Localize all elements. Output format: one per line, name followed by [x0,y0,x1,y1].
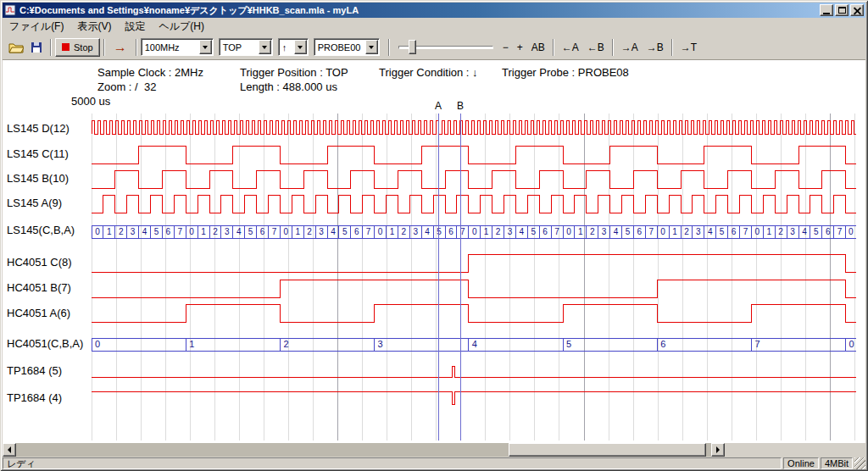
stop-label: Stop [74,42,93,53]
menu-file[interactable]: ファイル(F) [3,18,70,36]
window-title: C:¥Documents and Settings¥noname¥デスクトップ¥… [19,4,818,17]
trigger-position-value: TOP [220,42,259,53]
toolbar-separator [612,39,614,56]
menu-settings[interactable]: 設定 [118,18,152,36]
goto-cursor-b-next-button[interactable]: →B [643,40,668,55]
goto-cursor-b-prev-button[interactable]: ←B [583,40,609,55]
chevron-down-icon[interactable] [365,40,378,54]
zoom-in-button[interactable]: + [513,40,527,55]
title-bar[interactable]: C:¥Documents and Settings¥noname¥デスクトップ¥… [3,3,865,18]
zoom-slider[interactable] [398,38,493,57]
toolbar-separator [50,39,52,56]
scroll-thumb[interactable] [509,443,706,457]
minimize-icon [823,13,830,14]
scroll-right-button[interactable] [711,443,725,457]
trigger-probe-value: PROBE00 [314,42,365,53]
ab-range-button[interactable]: AB [527,40,549,55]
menu-bar: ファイル(F) 表示(V) 設定 ヘルプ(H) [3,18,865,35]
run-button[interactable]: → [108,40,132,55]
toolbar-separator [103,39,105,56]
chevron-down-icon[interactable] [199,40,212,54]
trigger-probe-info: Trigger Probe : PROBE08 [502,66,629,79]
goto-trigger-button[interactable]: →T [676,40,701,55]
status-memory: 4MBit [821,457,853,469]
scroll-left-button[interactable] [3,443,16,457]
time-division-label: 5000 us [71,95,110,108]
menu-help[interactable]: ヘルプ(H) [152,18,211,36]
chevron-down-icon[interactable] [294,40,307,54]
chevron-down-icon[interactable] [259,40,271,54]
save-button[interactable] [26,38,47,57]
minimize-button[interactable] [820,4,833,16]
status-text: レディ [3,457,782,469]
resize-grip[interactable] [854,457,865,469]
trigger-position-select[interactable]: TOP [219,38,273,56]
status-bar: レディ Online 4MBit [3,457,865,469]
trigger-condition-info: Trigger Condition : ↓ [379,66,478,79]
menu-view[interactable]: 表示(V) [70,18,118,36]
arrow-right-icon [716,446,720,453]
open-folder-icon [8,42,24,53]
stop-icon [62,43,70,51]
toolbar-separator [388,39,390,56]
scrollbar-filler [725,443,865,457]
maximize-icon [838,7,846,14]
length-info: Length : 488.000 us [240,80,337,93]
scroll-track[interactable] [16,443,711,457]
arrow-left-icon [8,446,11,453]
trigger-edge-value: ↑ [279,42,294,53]
slider-thumb[interactable] [409,40,416,54]
goto-cursor-a-prev-button[interactable]: ←A [558,40,583,55]
status-online: Online [783,457,819,469]
close-icon [854,7,861,14]
floppy-disk-icon [31,42,42,53]
zoom-out-button[interactable]: − [498,40,513,55]
trigger-probe-select[interactable]: PROBE00 [314,38,380,56]
close-button[interactable] [850,4,864,16]
trigger-position-info: Trigger Position : TOP [240,66,348,79]
toolbar-separator [671,39,673,56]
app-icon [4,4,16,16]
toolbar-separator [136,39,137,56]
sample-clock-select[interactable]: 100MHz [141,38,214,56]
open-button[interactable] [6,38,26,57]
waveform-pane [3,60,865,443]
stop-button[interactable]: Stop [55,38,100,57]
app-window: C:¥Documents and Settings¥noname¥デスクトップ¥… [0,0,868,471]
trigger-edge-select[interactable]: ↑ [278,38,309,56]
maximize-button[interactable] [835,4,849,16]
toolbar: Stop → 100MHz TOP ↑ PROBE00 − + AB ←A [3,35,865,60]
sample-clock-value: 100MHz [142,42,199,53]
sample-clock-info: Sample Clock : 2MHz [97,66,203,79]
horizontal-scrollbar[interactable] [3,443,725,457]
goto-cursor-a-next-button[interactable]: →A [617,40,643,55]
toolbar-separator [553,39,554,56]
zoom-info: Zoom : / 32 [97,80,156,93]
